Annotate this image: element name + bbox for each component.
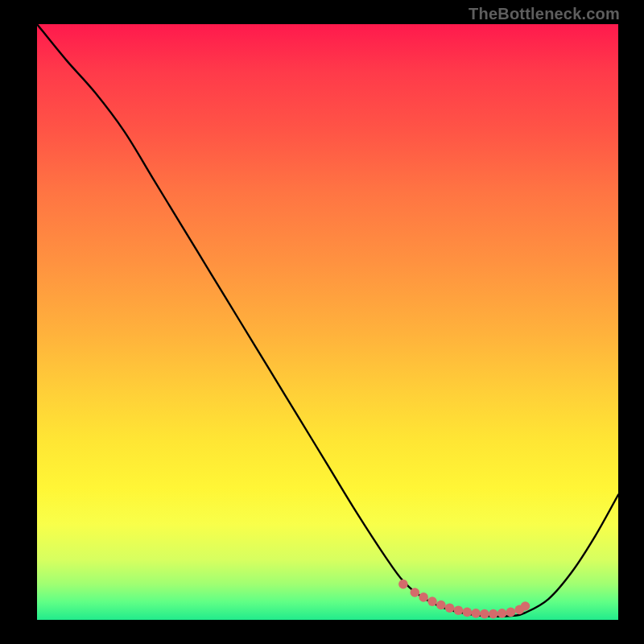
highlight-dot: [419, 592, 428, 602]
highlight-dot: [506, 608, 516, 617]
highlight-dot: [411, 588, 420, 597]
highlight-dot: [445, 603, 455, 613]
bottleneck-curve: [37, 24, 618, 617]
highlight-dot: [521, 601, 530, 611]
highlight-dot: [454, 605, 464, 615]
highlight-dot: [489, 609, 498, 619]
highlight-dot-group: [398, 580, 530, 619]
highlight-dot: [471, 609, 481, 618]
chart-plot-area: [37, 24, 618, 620]
chart-svg: [37, 24, 618, 620]
highlight-dot: [480, 609, 489, 619]
highlight-dot: [398, 580, 408, 589]
highlight-dot: [463, 608, 473, 617]
attribution-text: TheBottleneck.com: [469, 5, 620, 23]
highlight-dot: [436, 601, 446, 610]
highlight-dot: [427, 597, 437, 606]
chart-frame: TheBottleneck.com: [0, 0, 644, 644]
highlight-dot: [497, 609, 507, 618]
